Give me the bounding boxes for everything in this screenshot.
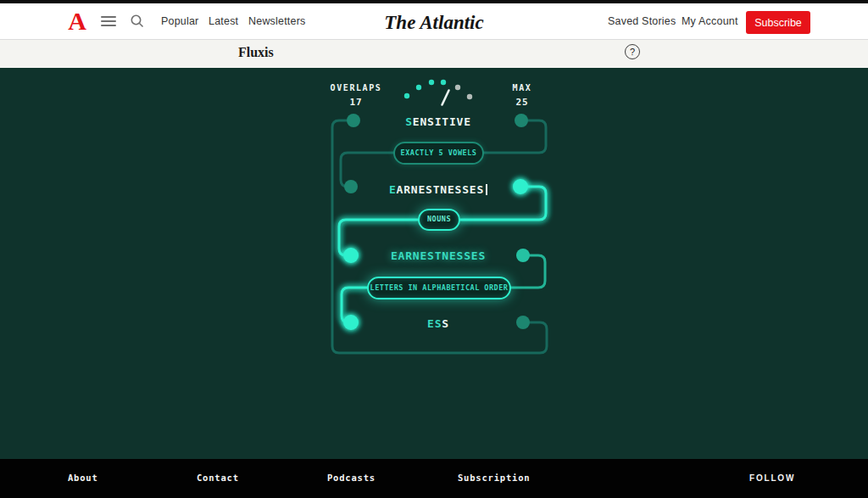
- site-header: A Popular Latest Newsletters The Atlanti…: [0, 3, 868, 40]
- word-rest: ARNESTNESSES: [397, 183, 485, 196]
- word-highlight: ES: [427, 317, 442, 330]
- word-slot-sensitive[interactable]: SENSITIVE: [322, 115, 554, 129]
- overlap-gauge: [404, 80, 472, 105]
- word-highlight: EARNESTNESSES: [391, 249, 486, 262]
- word-highlight: E: [389, 183, 397, 196]
- constraint-pill-alphabetical: LETTERS IN ALPHABETICAL ORDER: [367, 277, 511, 299]
- word-highlight: S: [405, 115, 413, 128]
- constraint-pill-vowels: EXACTLY 5 VOWELS: [393, 142, 484, 165]
- text-cursor: [486, 184, 487, 195]
- word-rest: S: [442, 317, 449, 330]
- help-icon[interactable]: ?: [625, 44, 640, 59]
- footer-about[interactable]: About: [68, 473, 98, 483]
- word-slot-active-input[interactable]: EARNESTNESSES: [322, 183, 554, 197]
- word-rest: ENSITIVE: [413, 115, 471, 128]
- footer-subscription[interactable]: Subscription: [458, 473, 530, 483]
- constraint-pill-nouns: NOUNS: [418, 209, 460, 231]
- fluxis-board: OVERLAPS 17 MAX 25: [0, 68, 868, 459]
- my-account-link[interactable]: My Account: [682, 3, 738, 40]
- gauge-needle: [442, 91, 449, 105]
- word-slot-earnestnesses[interactable]: EARNESTNESSES: [322, 249, 554, 263]
- subscribe-button[interactable]: Subscribe: [746, 11, 810, 34]
- site-footer: About Contact Podcasts Subscription FOLL…: [0, 459, 868, 498]
- footer-podcasts[interactable]: Podcasts: [327, 473, 376, 483]
- saved-stories-link[interactable]: Saved Stories: [608, 3, 676, 40]
- game-title: Fluxis: [238, 45, 274, 60]
- footer-follow-label: FOLLOW: [749, 473, 795, 483]
- word-slot-ess[interactable]: ESS: [322, 317, 554, 331]
- game-toolbar: Fluxis ?: [0, 40, 868, 68]
- footer-contact[interactable]: Contact: [197, 473, 239, 483]
